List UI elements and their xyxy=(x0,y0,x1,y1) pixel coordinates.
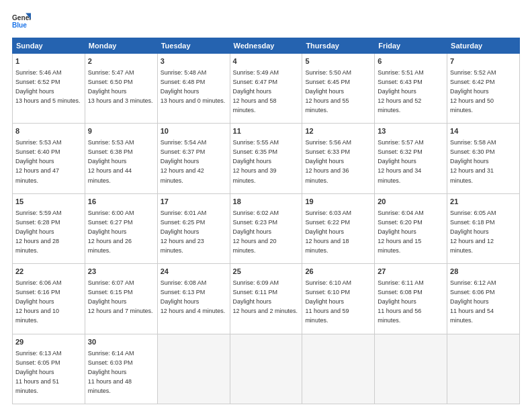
day-info: Sunrise: 5:58 AMSunset: 6:30 PMDaylight … xyxy=(450,139,496,183)
day-number: 20 xyxy=(378,197,444,208)
day-cell xyxy=(157,334,230,404)
logo-icon: General Blue xyxy=(12,12,31,31)
week-row-2: 8 Sunrise: 5:53 AMSunset: 6:40 PMDayligh… xyxy=(13,124,520,193)
day-info: Sunrise: 6:04 AMSunset: 6:20 PMDaylight … xyxy=(378,210,424,254)
day-info: Sunrise: 6:00 AMSunset: 6:27 PMDaylight … xyxy=(88,210,134,254)
week-row-5: 29 Sunrise: 6:13 AMSunset: 6:05 PMDaylig… xyxy=(13,334,520,404)
day-info: Sunrise: 5:49 AMSunset: 6:47 PMDaylight … xyxy=(233,69,279,113)
day-cell: 17 Sunrise: 6:01 AMSunset: 6:25 PMDaylig… xyxy=(157,193,230,263)
day-cell: 12 Sunrise: 5:56 AMSunset: 6:33 PMDaylig… xyxy=(302,124,375,193)
header-wednesday: Wednesday xyxy=(230,38,302,54)
day-number: 26 xyxy=(305,267,371,277)
day-number: 21 xyxy=(450,197,517,208)
day-cell: 2 Sunrise: 5:47 AMSunset: 6:50 PMDayligh… xyxy=(85,54,157,124)
header-saturday: Saturday xyxy=(447,38,520,54)
calendar-table: SundayMondayTuesdayWednesdayThursdayFrid… xyxy=(12,38,520,404)
day-number: 28 xyxy=(450,267,517,277)
svg-text:Blue: Blue xyxy=(12,21,27,29)
day-cell: 5 Sunrise: 5:50 AMSunset: 6:45 PMDayligh… xyxy=(302,54,375,124)
day-cell: 21 Sunrise: 6:05 AMSunset: 6:18 PMDaylig… xyxy=(447,193,520,263)
day-cell: 3 Sunrise: 5:48 AMSunset: 6:48 PMDayligh… xyxy=(157,54,230,124)
day-cell: 24 Sunrise: 6:08 AMSunset: 6:13 PMDaylig… xyxy=(157,264,230,334)
day-number: 27 xyxy=(378,267,444,277)
day-info: Sunrise: 5:53 AMSunset: 6:40 PMDaylight … xyxy=(15,139,62,183)
day-cell: 25 Sunrise: 6:09 AMSunset: 6:11 PMDaylig… xyxy=(230,264,302,334)
day-cell: 22 Sunrise: 6:06 AMSunset: 6:16 PMDaylig… xyxy=(13,264,85,334)
day-info: Sunrise: 6:07 AMSunset: 6:15 PMDaylight … xyxy=(88,279,153,314)
day-number: 30 xyxy=(88,337,154,348)
day-cell: 18 Sunrise: 6:02 AMSunset: 6:23 PMDaylig… xyxy=(230,193,302,263)
header: General Blue xyxy=(12,12,520,31)
day-info: Sunrise: 5:54 AMSunset: 6:37 PMDaylight … xyxy=(161,139,207,183)
day-info: Sunrise: 5:56 AMSunset: 6:33 PMDaylight … xyxy=(305,139,351,183)
day-info: Sunrise: 6:12 AMSunset: 6:06 PMDaylight … xyxy=(450,279,496,324)
day-number: 19 xyxy=(305,197,371,208)
day-number: 16 xyxy=(88,197,154,208)
day-number: 22 xyxy=(15,267,82,277)
day-info: Sunrise: 5:46 AMSunset: 6:52 PMDaylight … xyxy=(15,69,81,104)
day-number: 8 xyxy=(15,126,82,137)
day-info: Sunrise: 6:09 AMSunset: 6:11 PMDaylight … xyxy=(233,279,298,314)
day-info: Sunrise: 5:57 AMSunset: 6:32 PMDaylight … xyxy=(378,139,424,183)
day-number: 1 xyxy=(15,56,82,67)
day-cell xyxy=(447,334,520,404)
day-info: Sunrise: 6:06 AMSunset: 6:16 PMDaylight … xyxy=(15,279,62,324)
day-number: 18 xyxy=(233,197,300,208)
day-cell: 16 Sunrise: 6:00 AMSunset: 6:27 PMDaylig… xyxy=(85,193,157,263)
day-cell: 4 Sunrise: 5:49 AMSunset: 6:47 PMDayligh… xyxy=(230,54,302,124)
header-tuesday: Tuesday xyxy=(157,38,230,54)
day-cell: 14 Sunrise: 5:58 AMSunset: 6:30 PMDaylig… xyxy=(447,124,520,193)
header-thursday: Thursday xyxy=(302,38,375,54)
header-sunday: Sunday xyxy=(13,38,85,54)
day-info: Sunrise: 6:10 AMSunset: 6:10 PMDaylight … xyxy=(305,279,351,324)
day-cell xyxy=(230,334,302,404)
day-number: 10 xyxy=(161,126,227,137)
day-cell: 29 Sunrise: 6:13 AMSunset: 6:05 PMDaylig… xyxy=(13,334,85,404)
day-info: Sunrise: 6:08 AMSunset: 6:13 PMDaylight … xyxy=(161,279,226,314)
day-cell: 15 Sunrise: 5:59 AMSunset: 6:28 PMDaylig… xyxy=(13,193,85,263)
week-row-1: 1 Sunrise: 5:46 AMSunset: 6:52 PMDayligh… xyxy=(13,54,520,124)
week-row-4: 22 Sunrise: 6:06 AMSunset: 6:16 PMDaylig… xyxy=(13,264,520,334)
day-number: 11 xyxy=(233,126,300,137)
day-number: 25 xyxy=(233,267,300,277)
day-number: 12 xyxy=(305,126,371,137)
day-cell: 9 Sunrise: 5:53 AMSunset: 6:38 PMDayligh… xyxy=(85,124,157,193)
day-info: Sunrise: 5:50 AMSunset: 6:45 PMDaylight … xyxy=(305,69,351,113)
day-info: Sunrise: 5:59 AMSunset: 6:28 PMDaylight … xyxy=(15,210,62,254)
header-friday: Friday xyxy=(375,38,447,54)
day-cell: 27 Sunrise: 6:11 AMSunset: 6:08 PMDaylig… xyxy=(375,264,447,334)
day-cell: 30 Sunrise: 6:14 AMSunset: 6:03 PMDaylig… xyxy=(85,334,157,404)
day-info: Sunrise: 5:51 AMSunset: 6:43 PMDaylight … xyxy=(378,69,424,113)
day-cell: 8 Sunrise: 5:53 AMSunset: 6:40 PMDayligh… xyxy=(13,124,85,193)
day-cell: 10 Sunrise: 5:54 AMSunset: 6:37 PMDaylig… xyxy=(157,124,230,193)
day-info: Sunrise: 6:05 AMSunset: 6:18 PMDaylight … xyxy=(450,210,496,254)
day-info: Sunrise: 6:11 AMSunset: 6:08 PMDaylight … xyxy=(378,279,424,324)
day-number: 3 xyxy=(161,56,227,67)
day-cell: 6 Sunrise: 5:51 AMSunset: 6:43 PMDayligh… xyxy=(375,54,447,124)
day-number: 5 xyxy=(305,56,371,67)
day-info: Sunrise: 5:48 AMSunset: 6:48 PMDaylight … xyxy=(161,69,226,104)
day-number: 23 xyxy=(88,267,154,277)
day-cell: 1 Sunrise: 5:46 AMSunset: 6:52 PMDayligh… xyxy=(13,54,85,124)
calendar-header-row: SundayMondayTuesdayWednesdayThursdayFrid… xyxy=(13,38,520,54)
day-cell: 23 Sunrise: 6:07 AMSunset: 6:15 PMDaylig… xyxy=(85,264,157,334)
day-number: 14 xyxy=(450,126,517,137)
day-number: 29 xyxy=(15,337,82,348)
day-info: Sunrise: 6:02 AMSunset: 6:23 PMDaylight … xyxy=(233,210,279,254)
day-cell: 20 Sunrise: 6:04 AMSunset: 6:20 PMDaylig… xyxy=(375,193,447,263)
day-number: 9 xyxy=(88,126,154,137)
day-cell: 7 Sunrise: 5:52 AMSunset: 6:42 PMDayligh… xyxy=(447,54,520,124)
day-number: 4 xyxy=(233,56,300,67)
day-info: Sunrise: 5:52 AMSunset: 6:42 PMDaylight … xyxy=(450,69,496,113)
day-number: 7 xyxy=(450,56,517,67)
day-cell: 28 Sunrise: 6:12 AMSunset: 6:06 PMDaylig… xyxy=(447,264,520,334)
day-cell: 11 Sunrise: 5:55 AMSunset: 6:35 PMDaylig… xyxy=(230,124,302,193)
week-row-3: 15 Sunrise: 5:59 AMSunset: 6:28 PMDaylig… xyxy=(13,193,520,263)
day-info: Sunrise: 6:01 AMSunset: 6:25 PMDaylight … xyxy=(161,210,207,254)
logo: General Blue xyxy=(12,12,31,31)
day-info: Sunrise: 6:03 AMSunset: 6:22 PMDaylight … xyxy=(305,210,351,254)
day-number: 17 xyxy=(161,197,227,208)
day-cell: 13 Sunrise: 5:57 AMSunset: 6:32 PMDaylig… xyxy=(375,124,447,193)
day-number: 24 xyxy=(161,267,227,277)
day-info: Sunrise: 5:47 AMSunset: 6:50 PMDaylight … xyxy=(88,69,153,104)
